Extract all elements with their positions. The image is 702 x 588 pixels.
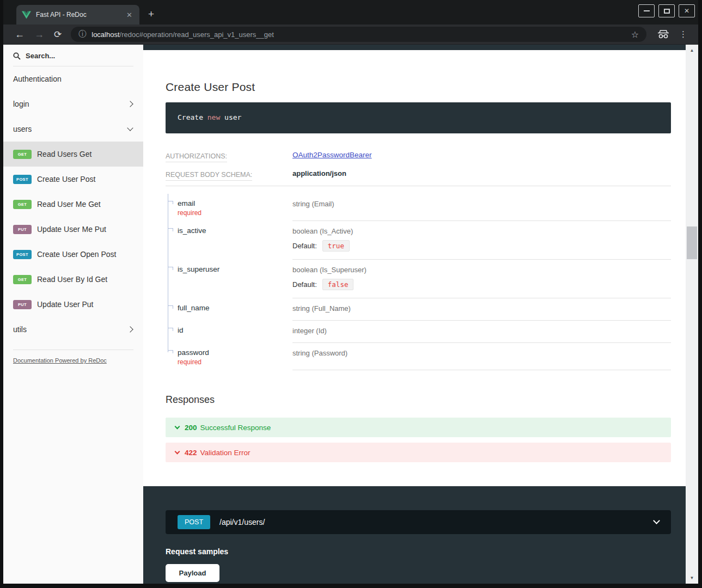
close-button[interactable]: ✕ bbox=[679, 4, 695, 17]
response-code: 422 bbox=[185, 449, 197, 457]
chevron-down-icon bbox=[653, 517, 660, 524]
field-row-password: password required string (Password) bbox=[166, 343, 671, 370]
response-200[interactable]: 200 Successful Response bbox=[166, 418, 671, 437]
main-content: Create User Post Create new user AUTHORI… bbox=[143, 45, 686, 584]
sidebar-item-read-user-by-id-get[interactable]: GET Read User By Id Get bbox=[3, 267, 143, 292]
search-input[interactable] bbox=[26, 52, 118, 60]
default-label: Default: bbox=[292, 280, 317, 289]
field-type: string (Password) bbox=[292, 349, 347, 357]
menu-kebab-icon[interactable]: ⋮ bbox=[679, 29, 687, 39]
page-info-icon[interactable]: ⓘ bbox=[78, 29, 86, 39]
sidebar-item-read-user-me-get[interactable]: GET Read User Me Get bbox=[3, 192, 143, 217]
sidebar-item-label: Update User Me Put bbox=[37, 225, 106, 234]
required-flag: required bbox=[178, 358, 292, 366]
chevron-right-icon bbox=[127, 101, 133, 107]
default-value: false bbox=[322, 279, 354, 290]
sidebar-item-label: Read Users Get bbox=[37, 150, 91, 158]
incognito-icon bbox=[657, 30, 669, 39]
authorizations-label: AUTHORIZATIONS: bbox=[166, 152, 227, 162]
tree-connector bbox=[168, 321, 175, 343]
back-icon[interactable]: ← bbox=[15, 29, 25, 39]
method-badge: PUT bbox=[13, 225, 32, 234]
scrollbar-thumb[interactable] bbox=[687, 226, 697, 259]
sidebar-item-label: Create User Open Post bbox=[37, 250, 117, 259]
sidebar-item-create-user-open-post[interactable]: POST Create User Open Post bbox=[3, 242, 143, 267]
browser-toolbar: ← → ⟳ ⓘ localhost/redoc#operation/read_u… bbox=[3, 24, 698, 45]
new-tab-button[interactable]: + bbox=[148, 9, 154, 19]
field-row-id: id integer (Id) bbox=[166, 321, 671, 343]
browser-window: Fast API - ReDoc ✕ + ✕ ← → ⟳ ⓘ localhost… bbox=[0, 0, 702, 588]
sidebar-item-label: Authentication bbox=[13, 75, 132, 83]
sidebar-item-label: Read User By Id Get bbox=[37, 275, 107, 284]
endpoint-path: /api/v1/users/ bbox=[219, 518, 654, 526]
sidebar-item-read-users-get[interactable]: GET Read Users Get bbox=[3, 142, 143, 167]
browser-tab[interactable]: Fast API - ReDoc ✕ bbox=[16, 5, 139, 24]
url-host: localhost bbox=[91, 30, 119, 39]
address-bar[interactable]: ⓘ localhost/redoc#operation/read_users_a… bbox=[71, 27, 646, 42]
sidebar-item-create-user-post[interactable]: POST Create User Post bbox=[3, 167, 143, 192]
vue-favicon-icon bbox=[22, 11, 31, 19]
field-name: email bbox=[178, 199, 292, 207]
sidebar-item-login[interactable]: login bbox=[3, 91, 143, 117]
scroll-down-icon[interactable]: ▼ bbox=[686, 575, 698, 580]
default-label: Default: bbox=[292, 242, 317, 250]
method-badge: PUT bbox=[13, 300, 32, 309]
sidebar-item-update-user-me-put[interactable]: PUT Update User Me Put bbox=[3, 217, 143, 242]
tab-title: Fast API - ReDoc bbox=[36, 11, 125, 19]
response-label: Validation Error bbox=[200, 449, 251, 457]
description-highlight: new bbox=[207, 113, 220, 121]
sidebar-item-update-user-put[interactable]: PUT Update User Put bbox=[3, 292, 143, 317]
scrollbar[interactable]: ▲ ▼ bbox=[686, 45, 698, 584]
reload-icon[interactable]: ⟳ bbox=[54, 30, 62, 39]
tab-payload[interactable]: Payload bbox=[166, 564, 219, 582]
tree-connector bbox=[168, 260, 175, 298]
sidebar-item-label: Update User Put bbox=[37, 300, 94, 309]
description-text: Create bbox=[178, 113, 207, 121]
chevron-right-icon bbox=[127, 326, 133, 332]
sidebar-item-users[interactable]: users bbox=[3, 117, 143, 142]
field-type: integer (Id) bbox=[292, 327, 327, 335]
sidebar-item-label: Read User Me Get bbox=[37, 200, 101, 209]
endpoint-dropdown[interactable]: POST /api/v1/users/ bbox=[166, 510, 671, 534]
sidebar-item-authentication[interactable]: Authentication bbox=[3, 66, 143, 91]
description-text: user bbox=[220, 113, 241, 121]
field-name: password bbox=[178, 348, 292, 357]
url-path: /redoc#operation/read_users_api_v1_users… bbox=[120, 30, 274, 39]
sidebar: Authentication login users GET Read User… bbox=[3, 45, 143, 584]
redoc-footer-link[interactable]: Documentation Powered by ReDoc bbox=[13, 357, 107, 364]
window-controls: ✕ bbox=[638, 4, 695, 17]
field-name: id bbox=[178, 326, 292, 334]
response-code: 200 bbox=[185, 424, 197, 432]
bookmark-star-icon[interactable]: ☆ bbox=[631, 29, 639, 40]
sidebar-item-label: Create User Post bbox=[37, 175, 95, 183]
search-icon bbox=[13, 52, 21, 60]
field-name: full_name bbox=[178, 304, 292, 312]
request-body-mime: application/json bbox=[292, 169, 346, 177]
oauth2-link[interactable]: OAuth2PasswordBearer bbox=[292, 151, 372, 159]
response-422[interactable]: 422 Validation Error bbox=[166, 443, 671, 462]
field-type: boolean (Is_Superuser) bbox=[292, 266, 367, 274]
method-badge: GET bbox=[13, 150, 32, 159]
operation-description-code: Create new user bbox=[166, 102, 671, 133]
scroll-up-icon[interactable]: ▲ bbox=[686, 48, 698, 53]
request-panel: POST /api/v1/users/ Request samples Payl… bbox=[143, 486, 686, 584]
sidebar-item-utils[interactable]: utils bbox=[3, 317, 143, 342]
responses-heading: Responses bbox=[166, 394, 671, 406]
forward-icon[interactable]: → bbox=[34, 29, 44, 39]
tab-close-icon[interactable]: ✕ bbox=[125, 11, 134, 19]
top-dark-strip bbox=[143, 45, 686, 50]
field-type: string (Full_Name) bbox=[292, 304, 351, 313]
minimize-button[interactable] bbox=[638, 4, 655, 17]
tree-connector bbox=[168, 194, 175, 221]
field-row-full-name: full_name string (Full_Name) bbox=[166, 298, 671, 321]
chevron-down-icon bbox=[127, 125, 133, 131]
tab-strip: Fast API - ReDoc ✕ + ✕ bbox=[3, 0, 698, 24]
sidebar-item-label: utils bbox=[13, 325, 128, 334]
maximize-button[interactable] bbox=[658, 4, 675, 17]
schema-divider bbox=[166, 186, 671, 186]
field-row-email: email required string (Email) bbox=[166, 194, 671, 221]
request-body-schema-label: REQUEST BODY SCHEMA: bbox=[166, 171, 252, 181]
sidebar-item-label: login bbox=[13, 100, 128, 108]
request-samples-heading: Request samples bbox=[166, 547, 671, 556]
required-flag: required bbox=[178, 209, 292, 217]
